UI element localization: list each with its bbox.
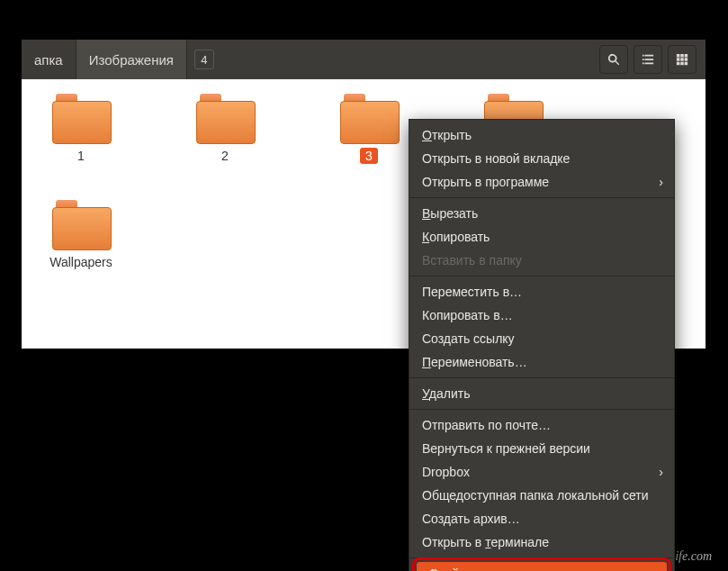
folder-name: 1 (72, 148, 90, 164)
list-view-button[interactable] (634, 45, 662, 74)
menu-paste: Вставить в папку (409, 249, 674, 272)
folder-icon (196, 94, 254, 142)
breadcrumb-current[interactable]: Изображения (76, 40, 187, 79)
search-icon (607, 53, 620, 66)
folder-name: 2 (216, 148, 234, 164)
folder-icon (52, 94, 110, 142)
menu-move-to[interactable]: Переместить в… (409, 280, 674, 304)
folder-item[interactable]: Wallpapers (36, 200, 126, 270)
separator (409, 276, 674, 276)
menu-create-archive[interactable]: Создать архив… (409, 507, 674, 530)
context-menu: Открыть Открыть в новой вкладке Открыть … (409, 119, 675, 571)
folder-icon (340, 94, 398, 142)
menu-open-terminal[interactable]: Открыть в терминале (409, 530, 674, 554)
toolbar: апка Изображения 4 (22, 40, 706, 79)
menu-properties[interactable]: Свойства (417, 562, 667, 571)
menu-delete[interactable]: Удалить (409, 382, 674, 405)
menu-revert[interactable]: Вернуться к прежней версии (409, 437, 674, 460)
menu-open-new-tab[interactable]: Открыть в новой вкладке (409, 147, 674, 170)
menu-dropbox[interactable]: Dropbox› (409, 460, 674, 484)
folder-icon (52, 200, 110, 249)
menu-copy[interactable]: Копировать (409, 225, 674, 249)
menu-lan-share[interactable]: Общедоступная папка локальной сети (409, 484, 674, 507)
folder-item[interactable]: 3 (324, 94, 414, 164)
separator (409, 409, 674, 410)
menu-copy-to[interactable]: Копировать в… (409, 304, 674, 327)
grid-icon (676, 53, 688, 66)
menu-cut[interactable]: Вырезать (409, 202, 674, 225)
menu-open[interactable]: Открыть (409, 123, 674, 147)
grid-view-button[interactable] (668, 45, 697, 74)
separator (409, 197, 674, 198)
folder-name: Wallpapers (44, 254, 118, 270)
chevron-right-icon: › (659, 465, 663, 479)
list-icon (642, 53, 654, 66)
item-count: 4 (194, 50, 214, 69)
menu-send-mail[interactable]: Отправить по почте… (409, 413, 674, 437)
separator (409, 377, 674, 378)
search-button[interactable] (599, 45, 628, 74)
menu-rename[interactable]: Переименовать… (409, 350, 674, 374)
separator (409, 557, 674, 558)
menu-make-link[interactable]: Создать ссылку (409, 327, 674, 350)
folder-item[interactable]: 2 (180, 94, 270, 164)
chevron-right-icon: › (659, 175, 663, 189)
menu-open-with[interactable]: Открыть в программе› (409, 170, 674, 194)
folder-item[interactable]: 1 (36, 94, 126, 164)
breadcrumb-prev[interactable]: апка (22, 40, 76, 79)
folder-name: 3 (360, 148, 378, 164)
